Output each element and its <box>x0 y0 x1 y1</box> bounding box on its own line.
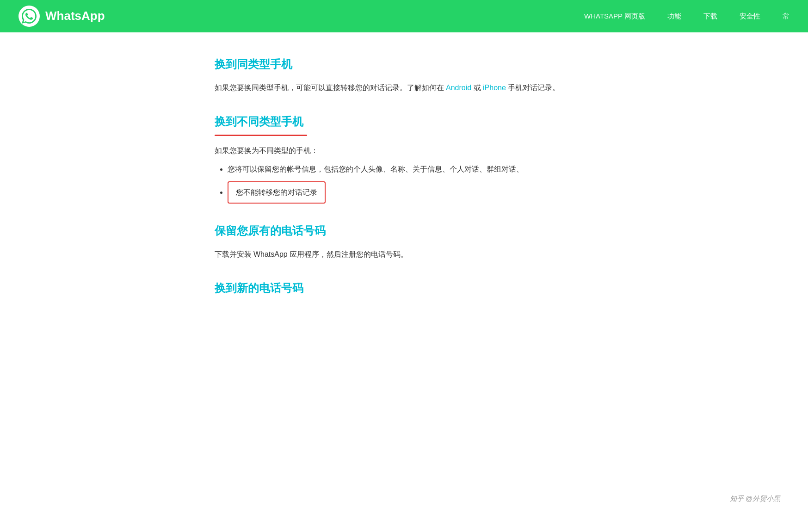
nav-item-more[interactable]: 常 <box>783 10 789 22</box>
navbar: WhatsApp WHATSAPP 网页版 功能 下载 安全性 常 <box>0 0 808 32</box>
section-diff-type-intro: 如果您要换为不同类型的手机： <box>215 144 594 157</box>
bullet-highlighted-text: 您不能转移您的对话记录 <box>228 181 326 204</box>
android-link[interactable]: Android <box>446 84 471 92</box>
nav-link-features[interactable]: 功能 <box>667 12 681 20</box>
nav-menu: WHATSAPP 网页版 功能 下载 安全性 常 <box>584 10 789 22</box>
section-same-type-title: 换到同类型手机 <box>215 56 594 73</box>
bullet-highlighted-item: 您不能转移您的对话记录 <box>228 179 594 204</box>
bullet-normal: 您将可以保留您的帐号信息，包括您的个人头像、名称、关于信息、个人对话、群组对话、 <box>228 163 594 176</box>
red-underline <box>215 135 307 136</box>
section-diff-type-title: 换到不同类型手机 <box>215 113 303 130</box>
iphone-link[interactable]: iPhone <box>483 84 506 92</box>
brand-name: WhatsApp <box>45 6 105 26</box>
section-new-number: 换到新的电话号码 <box>215 279 594 297</box>
section-keep-number-title: 保留您原有的电话号码 <box>215 222 594 240</box>
nav-item-security[interactable]: 安全性 <box>740 10 760 22</box>
svg-point-0 <box>19 6 40 27</box>
nav-link-download[interactable]: 下载 <box>703 12 717 20</box>
brand-logo-link[interactable]: WhatsApp <box>19 6 105 27</box>
nav-item-features[interactable]: 功能 <box>667 10 681 22</box>
whatsapp-logo-icon <box>19 6 40 27</box>
section-diff-type: 换到不同类型手机 如果您要换为不同类型的手机： 您将可以保留您的帐号信息，包括您… <box>215 113 594 203</box>
nav-item-download[interactable]: 下载 <box>703 10 717 22</box>
main-content: 换到同类型手机 如果您要换同类型手机，可能可以直接转移您的对话记录。了解如何在 … <box>196 32 612 339</box>
section-keep-number-text: 下载并安装 WhatsApp 应用程序，然后注册您的电话号码。 <box>215 248 594 261</box>
nav-item-web[interactable]: WHATSAPP 网页版 <box>584 10 645 22</box>
section-new-number-title: 换到新的电话号码 <box>215 279 594 297</box>
nav-link-security[interactable]: 安全性 <box>740 12 760 20</box>
section-keep-number: 保留您原有的电话号码 下载并安装 WhatsApp 应用程序，然后注册您的电话号… <box>215 222 594 261</box>
nav-link-web[interactable]: WHATSAPP 网页版 <box>584 12 645 20</box>
nav-link-more[interactable]: 常 <box>783 12 789 20</box>
section-same-type: 换到同类型手机 如果您要换同类型手机，可能可以直接转移您的对话记录。了解如何在 … <box>215 56 594 94</box>
diff-type-list: 您将可以保留您的帐号信息，包括您的个人头像、名称、关于信息、个人对话、群组对话、… <box>215 163 594 204</box>
section-same-type-text: 如果您要换同类型手机，可能可以直接转移您的对话记录。了解如何在 Android … <box>215 81 594 94</box>
